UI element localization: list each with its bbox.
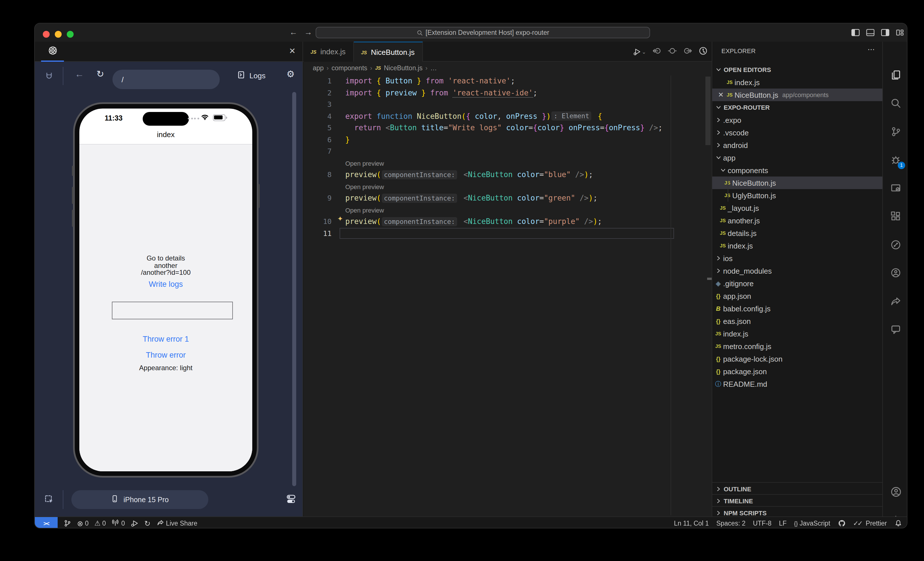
errors-item[interactable]: ⊗0 bbox=[77, 519, 89, 528]
folder-android[interactable]: android bbox=[712, 139, 883, 151]
activity-source-control-icon[interactable] bbox=[883, 120, 908, 143]
toggle-panel-icon[interactable] bbox=[866, 28, 875, 37]
live-share-item[interactable]: Live Share bbox=[156, 519, 198, 528]
write-logs-button[interactable]: Write logs bbox=[80, 280, 252, 289]
file-UglyButton.js[interactable]: JSUglyButton.js bbox=[712, 189, 883, 202]
file-.gitignore[interactable]: ◈.gitignore bbox=[712, 277, 883, 290]
activity-circle-graph-icon[interactable] bbox=[883, 233, 908, 256]
breadcrumb[interactable]: app › components › JS NiceButton.js › … bbox=[313, 62, 437, 74]
element-inspector-icon[interactable] bbox=[44, 494, 54, 507]
throw-error-button[interactable]: Throw error bbox=[80, 351, 252, 359]
file-package.json[interactable]: {}package.json bbox=[712, 365, 883, 378]
editor-scrollbar[interactable] bbox=[705, 77, 711, 145]
run-debug-icon[interactable]: ⌄ bbox=[633, 47, 646, 56]
close-editor-icon[interactable]: ✕ bbox=[717, 91, 725, 99]
minimize-window-button[interactable] bbox=[55, 31, 62, 38]
activity-files-icon[interactable] bbox=[883, 63, 908, 86]
language-mode[interactable]: {}JavaScript bbox=[794, 520, 830, 527]
code-line-5[interactable]: 5 return <Button title="Write logs" colo… bbox=[304, 122, 712, 134]
file-another.js[interactable]: JSanother.js bbox=[712, 214, 883, 227]
webview-scrollbar[interactable] bbox=[292, 92, 296, 486]
file-details.js[interactable]: JSdetails.js bbox=[712, 227, 883, 239]
file-metro.config.js[interactable]: JSmetro.config.js bbox=[712, 340, 883, 352]
code-line-11[interactable]: 11 bbox=[304, 228, 712, 239]
codelens-open-preview[interactable]: Open preview bbox=[345, 204, 574, 216]
nav-back-icon[interactable] bbox=[652, 46, 662, 57]
codelens-open-preview[interactable]: Open preview bbox=[345, 181, 574, 193]
breadcrumb-app[interactable]: app bbox=[313, 65, 324, 71]
debug-console-icon[interactable] bbox=[131, 519, 139, 527]
code-line-4[interactable]: 4export function NiceButton({ color, onP… bbox=[304, 111, 712, 122]
logs-button[interactable]: Logs bbox=[237, 70, 266, 81]
link-go-to-details[interactable]: Go to details bbox=[80, 254, 252, 262]
activity-share-icon[interactable] bbox=[883, 290, 908, 313]
github-icon[interactable] bbox=[837, 519, 846, 527]
activity-devices-icon[interactable] bbox=[883, 176, 908, 199]
zoom-window-button[interactable] bbox=[67, 31, 74, 38]
code-line-10[interactable]: 10✦preview(componentInstance: <NiceButto… bbox=[304, 216, 712, 228]
throw-error-1-button[interactable]: Throw error 1 bbox=[80, 335, 252, 343]
code-line-1[interactable]: 1import { Button } from 'react-native'; bbox=[304, 75, 712, 87]
toggle-primary-sidebar-icon[interactable] bbox=[851, 28, 860, 37]
timeline-section[interactable]: TIMELINE bbox=[712, 494, 883, 507]
code-line-6[interactable]: 6} bbox=[304, 134, 712, 146]
timeline-icon[interactable] bbox=[699, 46, 708, 57]
cursor-position[interactable]: Ln 11, Col 1 bbox=[674, 520, 709, 527]
folder-node_modules[interactable]: node_modules bbox=[712, 265, 883, 277]
activity-debug-icon[interactable]: 1 bbox=[883, 148, 908, 171]
sync-icon[interactable]: ↻ bbox=[144, 519, 151, 528]
folder-.vscode[interactable]: .vscode bbox=[712, 126, 883, 139]
breadcrumb-components[interactable]: components bbox=[332, 65, 367, 71]
warnings-item[interactable]: ⚠0 bbox=[94, 519, 106, 527]
close-panel-icon[interactable]: ✕ bbox=[289, 46, 296, 56]
folder-app[interactable]: app bbox=[712, 151, 883, 164]
open-editors-section[interactable]: OPEN EDITORS bbox=[712, 63, 883, 76]
file-app.json[interactable]: {}app.json bbox=[712, 290, 883, 302]
open-editor-index.js[interactable]: JSindex.js bbox=[712, 76, 883, 89]
sim-reload-icon[interactable]: ↻ bbox=[96, 69, 104, 80]
encoding[interactable]: UTF-8 bbox=[753, 520, 772, 527]
folder-ios[interactable]: ios bbox=[712, 252, 883, 265]
remote-indicator[interactable]: >< bbox=[35, 517, 58, 528]
activity-search-icon[interactable] bbox=[883, 92, 908, 114]
history-back-button[interactable]: ← bbox=[290, 27, 297, 36]
code-line-3[interactable]: 3 bbox=[304, 99, 712, 111]
activity-account-icon[interactable] bbox=[883, 480, 908, 503]
source-control-graph-icon[interactable] bbox=[63, 519, 71, 527]
code-line-2[interactable]: 2import { preview } from 'react-native-i… bbox=[304, 87, 712, 99]
nav-dot-icon[interactable] bbox=[668, 46, 677, 57]
folder-.expo[interactable]: .expo bbox=[712, 114, 883, 126]
eol[interactable]: LF bbox=[779, 520, 787, 527]
device-select-button[interactable]: iPhone 15 Pro bbox=[71, 490, 208, 509]
breadcrumb-symbol[interactable]: … bbox=[430, 65, 437, 71]
command-center[interactable]: [Extension Development Host] expo-router bbox=[316, 27, 650, 38]
explorer-more-icon[interactable]: ⋯ bbox=[867, 45, 875, 54]
folder-components[interactable]: components bbox=[712, 164, 883, 176]
open-editor-NiceButton.js[interactable]: ✕JSNiceButton.jsapp/components bbox=[712, 89, 883, 101]
copilot-sparkle-icon[interactable]: ✦ bbox=[337, 213, 343, 225]
tab-index.js[interactable]: JSindex.js bbox=[304, 42, 354, 62]
phone-text-input[interactable] bbox=[112, 302, 233, 319]
outline-section[interactable]: OUTLINE bbox=[712, 482, 883, 495]
file-eas.json[interactable]: {}eas.json bbox=[712, 315, 883, 327]
nav-forward-icon[interactable] bbox=[683, 46, 692, 57]
code-line-8[interactable]: 8preview(componentInstance: <NiceButton … bbox=[304, 169, 712, 181]
workspace-section[interactable]: EXPO-ROUTER bbox=[712, 101, 883, 114]
file-index.js[interactable]: JSindex.js bbox=[712, 327, 883, 340]
tab-radon-ide[interactable] bbox=[40, 42, 64, 62]
code-line-7[interactable]: 7 bbox=[304, 146, 712, 157]
formatter-item[interactable]: ✓✓Prettier bbox=[853, 519, 887, 527]
close-window-button[interactable] bbox=[43, 31, 50, 38]
file-index.js[interactable]: JSindex.js bbox=[712, 239, 883, 252]
customize-layout-icon[interactable] bbox=[896, 28, 904, 37]
file-babel.config.js[interactable]: Bbabel.config.js bbox=[712, 302, 883, 315]
sim-settings-gear-icon[interactable]: ⚙ bbox=[286, 69, 295, 80]
activity-comment-icon[interactable] bbox=[883, 318, 908, 341]
notifications-bell-icon[interactable] bbox=[894, 519, 902, 527]
ports-item[interactable]: 0 bbox=[112, 519, 125, 528]
url-bar[interactable]: / bbox=[112, 70, 220, 89]
history-forward-button[interactable]: → bbox=[304, 27, 312, 36]
sim-back-icon[interactable]: ← bbox=[75, 69, 84, 80]
inspect-magnet-icon[interactable] bbox=[44, 71, 54, 83]
file-package-lock.json[interactable]: {}package-lock.json bbox=[712, 352, 883, 365]
